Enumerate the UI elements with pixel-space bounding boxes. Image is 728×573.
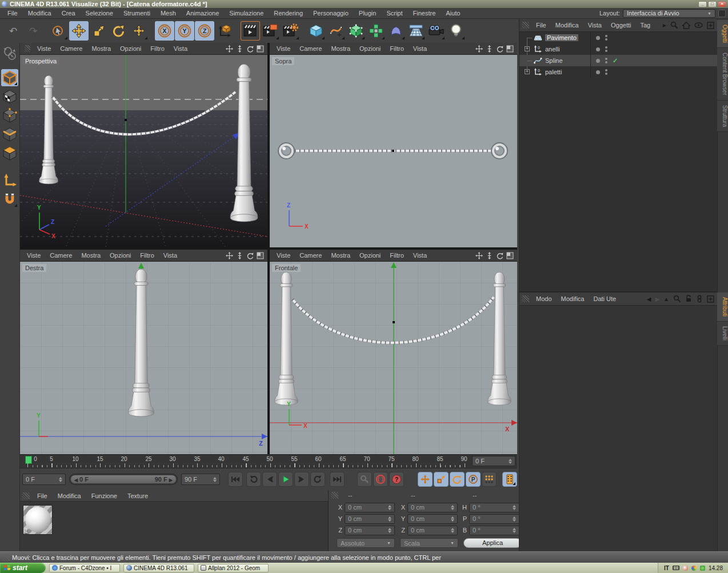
goto-start-button[interactable]: [228, 472, 243, 487]
stepper-icon[interactable]: [59, 477, 62, 482]
search-icon[interactable]: [670, 21, 678, 29]
snap-magnet-button[interactable]: [1, 191, 18, 208]
add-panel-icon[interactable]: [707, 295, 714, 303]
texture-mode-button[interactable]: [1, 88, 18, 105]
vp-menu-vista[interactable]: Vista: [159, 252, 182, 259]
menu-mesh[interactable]: Mesh: [155, 10, 181, 17]
add-camera-button[interactable]: [426, 21, 446, 41]
minimize-button[interactable]: _: [698, 1, 707, 7]
add-subdivision-surface-button[interactable]: [346, 21, 366, 41]
zoom-view-icon[interactable]: [486, 252, 493, 259]
top-view[interactable]: Sopra: [270, 55, 517, 247]
start-button[interactable]: start: [0, 563, 46, 573]
zoom-view-icon[interactable]: [236, 252, 243, 259]
vp-menu-camere[interactable]: Camere: [295, 252, 326, 259]
vp-menu-opzioni[interactable]: Opzioni: [115, 45, 146, 52]
language-indicator[interactable]: IT: [664, 565, 669, 571]
add-deformer-button[interactable]: [386, 21, 406, 41]
am-menu-modo[interactable]: Modo: [531, 295, 557, 302]
stepper-icon[interactable]: [213, 477, 217, 482]
vp-menu-mostra[interactable]: Mostra: [326, 252, 355, 259]
add-cloner-button[interactable]: [366, 21, 386, 41]
close-button[interactable]: ×: [718, 1, 726, 7]
menu-animazione[interactable]: Animazione: [181, 10, 224, 17]
position-z-field[interactable]: 0 cm: [345, 526, 395, 535]
axis-lock-z-button[interactable]: Z: [195, 21, 214, 41]
scale-x-field[interactable]: 0 cm: [407, 503, 458, 512]
play-button[interactable]: [278, 472, 293, 487]
om-menu-vista[interactable]: Vista: [583, 22, 606, 29]
last-tool-button[interactable]: [129, 21, 149, 41]
vp-menu-opzioni[interactable]: Opzioni: [355, 252, 385, 259]
taskbar-item-forum[interactable]: Forum - C4Dzone • I: [49, 564, 120, 572]
polygon-mode-button[interactable]: [1, 145, 18, 162]
key-pla-toggle[interactable]: [482, 472, 497, 487]
taskbar-item-cinema4d[interactable]: CINEMA 4D R13.061: [123, 564, 194, 572]
restore-button[interactable]: □: [708, 1, 717, 7]
vp-menu-filtro[interactable]: Filtro: [135, 252, 158, 259]
visibility-dot[interactable]: [596, 70, 600, 74]
menu-aiuto[interactable]: Aiuto: [441, 10, 465, 17]
history-back-icon[interactable]: ◀: [647, 296, 651, 302]
point-mode-button[interactable]: [1, 107, 18, 124]
panel-grip[interactable]: [25, 45, 30, 52]
visibility-dot[interactable]: [596, 47, 600, 51]
eye-icon[interactable]: [694, 22, 703, 28]
preview-range-slider[interactable]: ◀ 0 F 90 F ▶: [69, 474, 178, 485]
pan-view-icon[interactable]: [475, 45, 483, 53]
om-menu-file[interactable]: File: [531, 22, 551, 29]
render-view-button[interactable]: [241, 21, 260, 41]
track-icon[interactable]: [696, 295, 703, 303]
menu-modifica[interactable]: Modifica: [23, 10, 57, 17]
vp-menu-vista[interactable]: Vista: [169, 45, 192, 52]
panel-grip[interactable]: [331, 492, 338, 499]
pan-view-icon[interactable]: [475, 252, 483, 259]
rotate-view-icon[interactable]: [496, 252, 503, 259]
key-scale-toggle[interactable]: [434, 472, 449, 487]
rotation-h-field[interactable]: 0 °: [469, 503, 519, 512]
object-row-paletti[interactable]: + 0 paletti: [519, 66, 717, 78]
mat-menu-file[interactable]: File: [32, 492, 53, 499]
home-icon[interactable]: [682, 22, 690, 29]
menu-rendering[interactable]: Rendering: [269, 10, 308, 17]
vp-menu-mostra[interactable]: Mostra: [326, 45, 355, 52]
vp-menu-vista[interactable]: Vista: [409, 252, 431, 259]
parent-object-icon[interactable]: ▲: [663, 296, 669, 302]
coordinate-mode-dropdown[interactable]: Assoluto▼: [337, 538, 395, 548]
om-menu-oggetti[interactable]: Oggetti: [606, 22, 635, 29]
object-row-spline[interactable]: Spline ✓: [519, 55, 717, 66]
toggle-view-icon[interactable]: [506, 45, 514, 53]
layout-dropdown[interactable]: Interfaccia di Avvio ▼: [623, 9, 715, 18]
layout-icon[interactable]: [718, 10, 726, 17]
render-region-button[interactable]: [261, 21, 280, 41]
pan-view-icon[interactable]: [226, 252, 233, 259]
vp-menu-mostra[interactable]: Mostra: [87, 45, 115, 52]
render-dots[interactable]: [605, 69, 607, 75]
panel-grip[interactable]: [22, 492, 30, 499]
scale-tool-button[interactable]: [89, 21, 109, 41]
tab-livelli[interactable]: Livelli: [717, 322, 728, 346]
add-panel-icon[interactable]: [707, 22, 714, 29]
search-icon[interactable]: [673, 295, 681, 303]
apply-button[interactable]: Applica: [463, 538, 522, 548]
tab-attributi[interactable]: Attributi: [717, 292, 728, 322]
stepper-icon[interactable]: [509, 459, 512, 464]
edge-mode-button[interactable]: [1, 126, 18, 143]
tray-icon[interactable]: [683, 566, 688, 571]
previous-key-button[interactable]: [246, 472, 261, 487]
axis-lock-x-button[interactable]: X: [155, 21, 174, 41]
expand-toggle[interactable]: +: [525, 69, 530, 74]
render-dots[interactable]: [605, 58, 607, 63]
front-view[interactable]: Frontale: [270, 262, 517, 454]
taskbar-item-allplan[interactable]: Allplan 2012 - Geom: [198, 564, 269, 572]
menu-script[interactable]: Script: [381, 10, 407, 17]
vp-menu-mostra[interactable]: Mostra: [77, 252, 105, 259]
render-dots[interactable]: [605, 35, 607, 41]
tray-icon[interactable]: [691, 566, 697, 571]
menu-overflow-icon[interactable]: ▶: [663, 23, 666, 28]
vp-menu-filtro[interactable]: Filtro: [385, 45, 408, 52]
axis-mode-button[interactable]: [1, 172, 18, 189]
rotate-view-icon[interactable]: [246, 45, 254, 53]
key-rotation-toggle[interactable]: [450, 472, 465, 487]
mat-menu-texture[interactable]: Texture: [122, 492, 153, 499]
